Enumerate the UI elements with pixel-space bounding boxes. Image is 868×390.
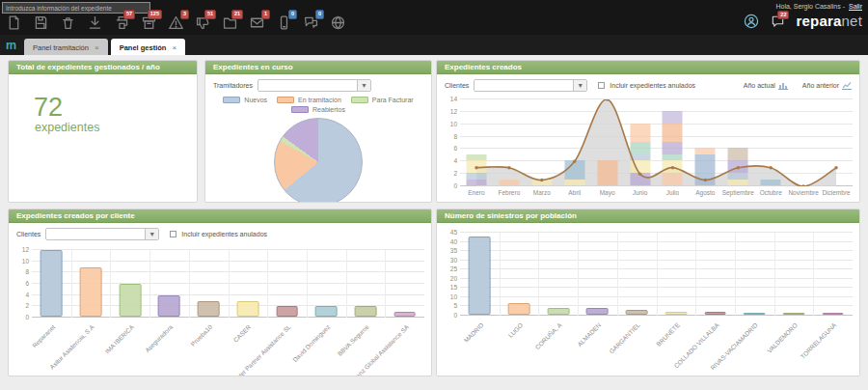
close-tab-icon[interactable]: × xyxy=(95,43,99,52)
bar-ima-iberica xyxy=(119,284,141,317)
chat-icon[interactable]: 0 xyxy=(301,13,320,32)
bar-bbva-seguros xyxy=(355,306,377,317)
category-label: Aseguradora xyxy=(144,323,174,353)
thumbs-down-badge: 51 xyxy=(204,10,216,19)
stacked-bar-octubre xyxy=(761,180,781,185)
bar-chart-icon xyxy=(778,81,788,90)
clientes-dropdown[interactable]: ▼ xyxy=(45,228,159,240)
logout-link[interactable]: Salir xyxy=(849,3,862,10)
reparanet-logo: reparanet xyxy=(796,13,862,29)
category-label: Reparanet xyxy=(31,323,56,348)
category-label: Prueba10 xyxy=(189,323,213,348)
rn-logo-icon[interactable]: rn xyxy=(6,39,15,52)
tramitadores-dropdown[interactable]: ▼ xyxy=(258,79,371,92)
mobile-icon[interactable]: 0 xyxy=(274,13,293,32)
ano-anterior-link[interactable]: Año anterior xyxy=(802,81,852,90)
category-label: MADRID xyxy=(462,321,484,344)
month-label: Julio xyxy=(666,189,679,196)
bar-madrid xyxy=(469,237,491,315)
month-label: Diciembre xyxy=(822,189,850,196)
bar-caser xyxy=(236,301,258,318)
new-document-icon[interactable] xyxy=(4,13,23,32)
chevron-down-icon[interactable]: ▼ xyxy=(357,80,370,91)
chevron-down-icon[interactable]: ▼ xyxy=(145,229,158,239)
bar-valdemoro xyxy=(783,313,805,315)
download-icon[interactable] xyxy=(85,13,104,32)
panel-creados-por-cliente: Expedientes creados por cliente Clientes… xyxy=(8,209,432,376)
clientes-dropdown[interactable]: ▼ xyxy=(474,79,587,92)
mobile-badge: 0 xyxy=(288,10,297,19)
globe-icon[interactable] xyxy=(328,13,347,32)
bar-almaden xyxy=(586,308,609,315)
incluir-anulados-checkbox[interactable] xyxy=(170,231,176,237)
incluir-anulados-checkbox[interactable] xyxy=(598,82,605,89)
legend-swatch xyxy=(291,106,309,113)
expedientes-creados-chart: 02468101214 xyxy=(443,99,854,186)
legend-swatch xyxy=(277,97,294,103)
save-icon[interactable] xyxy=(31,13,50,32)
category-label: BBVA Seguros xyxy=(337,323,370,357)
messages-icon[interactable]: 22 xyxy=(770,14,785,29)
close-tab-icon[interactable]: × xyxy=(172,43,176,52)
clientes-label: Clientes xyxy=(445,82,469,89)
print-badge: 57 xyxy=(123,10,135,19)
panel-expedientes-creados: Expedientes creados Clientes ▼ Incluir e… xyxy=(436,60,860,203)
ano-actual-link[interactable]: Año actual xyxy=(744,81,788,90)
print-icon[interactable]: 57 xyxy=(112,13,131,32)
stacked-bar-julio xyxy=(663,111,683,185)
bar-collado-villalba xyxy=(704,312,726,315)
month-label: Enero xyxy=(468,189,484,196)
bar-rivas-vaciamadrid xyxy=(744,313,766,315)
thumbs-down-icon[interactable]: 51 xyxy=(193,13,212,32)
pie-legend: NuevosEn tramitaciónPara FacturarReabier… xyxy=(205,95,431,113)
tab-panel-tramitaci-n[interactable]: Panel tramitación× xyxy=(24,39,108,55)
bar-reparanet xyxy=(41,250,63,317)
stacked-bar-junio xyxy=(630,124,650,185)
brand-row: 22 reparanet xyxy=(744,13,862,29)
panel-title: Expedientes creados por cliente xyxy=(8,209,432,223)
cliente-labels: ReparanetAsitur Asistencia, S.AIMA IBERI… xyxy=(32,320,424,376)
messages-badge: 22 xyxy=(777,11,789,20)
archive-icon[interactable]: 125 xyxy=(139,13,158,32)
month-label: Abril xyxy=(568,189,581,196)
bar-coru-a-a xyxy=(547,308,569,315)
archive-badge: 125 xyxy=(148,10,162,19)
stacked-bar-abril xyxy=(564,160,584,185)
incluir-anulados-label: Incluir expedientes anulados xyxy=(181,231,267,237)
tab-bar: rn Panel tramitación×Panel gestión× xyxy=(0,35,868,55)
legend-item-en-tramitaci-n: En tramitación xyxy=(277,97,341,103)
month-label: Febrero xyxy=(498,189,520,196)
panel-siniestros-poblacion: Número de siniestros por población 05101… xyxy=(436,209,860,376)
legend-item-reabiertos: Reabiertos xyxy=(291,106,345,113)
category-label: BRUNETE xyxy=(655,321,681,348)
panel-title: Número de siniestros por población xyxy=(436,209,860,223)
month-labels: EneroFebreroMarzoAbrilMayoJunioJulioAgos… xyxy=(460,186,853,200)
panel-expedientes-en-curso: Expedientes en curso Tramitadores ▼ Nuev… xyxy=(204,60,432,203)
clientes-label: Clientes xyxy=(16,231,41,237)
panel-title: Expedientes creados xyxy=(436,60,860,74)
folder-badge: 21 xyxy=(231,10,243,19)
mail-icon[interactable]: 1 xyxy=(247,13,266,32)
tramitadores-label: Tramitadores xyxy=(213,82,253,89)
category-label: LUGO xyxy=(506,321,524,339)
category-label: ALMADEN xyxy=(576,321,602,348)
category-label: TORRELAGUNA xyxy=(800,321,838,360)
trash-icon[interactable] xyxy=(58,13,77,32)
stacked-bar-septiembre xyxy=(728,148,748,185)
chat-badge: 0 xyxy=(315,10,324,19)
panel-title: Total de expedientes gestionados / año xyxy=(8,60,198,74)
user-profile-icon[interactable] xyxy=(744,14,759,29)
folder-icon[interactable]: 21 xyxy=(220,13,239,32)
stacked-bar-marzo xyxy=(531,180,552,185)
panel-title: Expedientes en curso xyxy=(204,60,432,74)
chevron-down-icon[interactable]: ▼ xyxy=(573,80,586,91)
greeting-text: Hola, Sergio Casalins - xyxy=(775,3,845,10)
line-chart-icon xyxy=(842,81,852,90)
bar-gargantiel xyxy=(626,310,648,315)
warning-icon[interactable]: 3 xyxy=(166,13,185,32)
stacked-bar-enero xyxy=(466,154,486,185)
tab-panel-gesti-n[interactable]: Panel gestión× xyxy=(111,39,185,55)
category-label: Asitur Asistencia, S.A xyxy=(48,323,95,371)
month-label: Noviembre xyxy=(788,189,818,196)
app-window: 5712535121100 Hola, Sergio Casalins - Sa… xyxy=(0,0,868,390)
